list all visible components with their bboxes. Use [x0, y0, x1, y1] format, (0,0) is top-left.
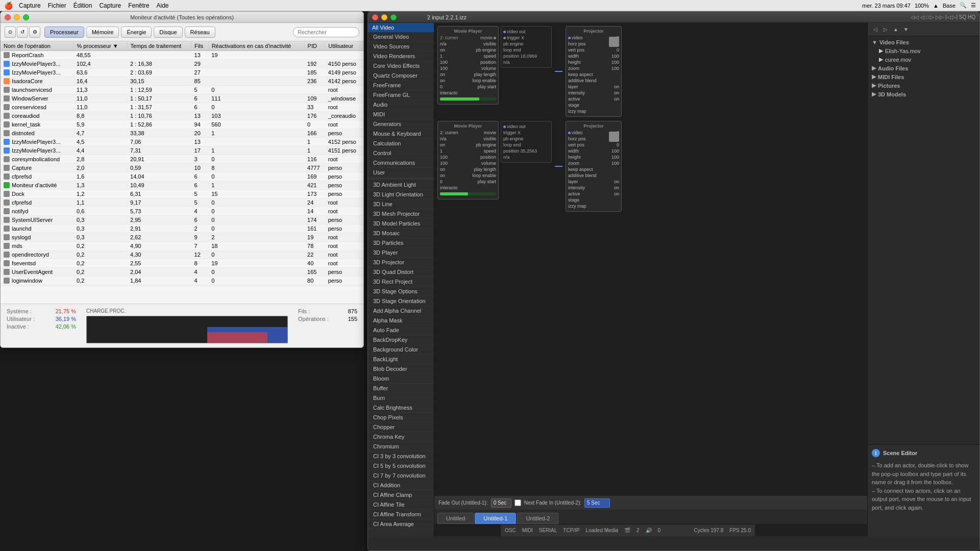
sidebar-user[interactable]: User [368, 168, 434, 178]
toolbar-icon-3[interactable]: ⚙ [29, 27, 40, 38]
sidebar-mouse-keyboard[interactable]: Mouse & Keyboard [368, 129, 434, 139]
sidebar-chopper[interactable]: Chopper [368, 422, 434, 432]
menu-edition[interactable]: Édition [74, 2, 92, 9]
sidebar-ci-affine-transform[interactable]: CI Affine Transform [368, 510, 434, 519]
menu-capture2[interactable]: Capture [99, 2, 121, 9]
sidebar-calculation[interactable]: Calculation [368, 139, 434, 148]
sidebar-calc-brightness[interactable]: Calc Brightness [368, 403, 434, 413]
tab-untitled-1[interactable]: Untitled-1 [475, 513, 516, 524]
table-row[interactable]: fseventsd 0,2 2,55 8 19 40 root [1, 259, 363, 268]
sidebar-3d-stage-orient[interactable]: 3D Stage Orientation [368, 296, 434, 306]
table-row[interactable]: Centre de notifica... 0,1 1,77 5 0 199 p… [1, 285, 363, 287]
sidebar-add-alpha[interactable]: Add Alpha Channel [368, 306, 434, 316]
sidebar-3d-model-particles[interactable]: 3D Model Particles [368, 219, 434, 229]
menu-fenetre[interactable]: Fenêtre [128, 2, 149, 9]
sidebar-auto-fade[interactable]: Auto Fade [368, 325, 434, 335]
next-fade-input[interactable] [584, 498, 610, 508]
rp-icon-2[interactable]: ▷ [881, 25, 890, 34]
projector-2[interactable]: Projector video0 horz pos0 vert pos0 wid… [566, 121, 622, 212]
toolbar-icon-2[interactable]: ↺ [17, 27, 28, 38]
sidebar-ci-affine-clamp[interactable]: CI Affine Clamp [368, 490, 434, 500]
sidebar-3d-line[interactable]: 3D Line [368, 199, 434, 209]
table-row[interactable]: IzzyMoviePlayer3... 4,4 7,31 17 1 1 4151… [1, 146, 363, 155]
sidebar-chop-pixels[interactable]: Chop Pixels [368, 413, 434, 422]
sidebar-freeframe-gl[interactable]: FreeFrame GL [368, 90, 434, 100]
sidebar-ci-addition[interactable]: CI Addition [368, 481, 434, 490]
sidebar-3d-stage-options[interactable]: 3D Stage Options [368, 287, 434, 296]
sidebar-ci-7x7[interactable]: CI 7 by 7 convolution [368, 471, 434, 481]
maximize-button[interactable] [23, 14, 29, 20]
sidebar-backdrop-key[interactable]: BackDropKey [368, 335, 434, 345]
table-row[interactable]: WindowServer 11,0 1 : 50,17 6 111 109 _w… [1, 94, 363, 103]
sidebar-video-sources[interactable]: Video Sources [368, 42, 434, 52]
sidebar-background-color[interactable]: Background Color [368, 345, 434, 355]
table-row[interactable]: opendirectoryd 0,2 4,30 12 0 22 root [1, 251, 363, 259]
sidebar-3d-light-orient[interactable]: 3D Light Orientation [368, 190, 434, 199]
folder-3d-models[interactable]: ▶ 3D Models [870, 90, 977, 98]
menu-fichier[interactable]: Fichier [48, 2, 66, 9]
folder-pictures[interactable]: ▶ Pictures [870, 81, 977, 90]
table-row[interactable]: IsadoraCore 16,4 30,15 85 236 4142 perso [1, 77, 363, 86]
table-row[interactable]: syslogd 0,3 2,62 9 2 19 root [1, 233, 363, 242]
search-input[interactable] [293, 27, 359, 37]
process-table-container[interactable]: Nom de l'opération % processeur ▼ Temps … [1, 41, 363, 286]
status-osc[interactable]: OSC [505, 528, 516, 533]
sidebar-ci-3x3[interactable]: CI 3 by 3 convolution [368, 452, 434, 461]
rp-icon-1[interactable]: ◁ [871, 25, 880, 34]
fade-out-input[interactable] [491, 498, 511, 508]
toolbar-icon-1[interactable]: ⊙ [5, 27, 16, 38]
rp-icon-3[interactable]: ▲ [891, 25, 900, 34]
tab-memoire[interactable]: Mémoire [86, 27, 119, 38]
col-cpu[interactable]: % processeur ▼ [74, 41, 127, 51]
sidebar-communications[interactable]: Communications [368, 158, 434, 168]
col-pid[interactable]: PID [304, 41, 325, 51]
menubar-menu-icon[interactable]: ☰ [971, 2, 976, 9]
sidebar-chroma-key[interactable]: Chroma Key [368, 432, 434, 442]
file-elish[interactable]: ▶ Elish-Yas.mov [877, 46, 977, 55]
sidebar-blob-decoder[interactable]: Blob Decoder [368, 364, 434, 374]
col-threads[interactable]: Fils [191, 41, 209, 51]
table-row[interactable]: launchservicesd 11,3 1 : 12,59 5 0 root [1, 86, 363, 94]
table-row[interactable]: loginwindow 0,2 1,84 4 0 80 perso [1, 277, 363, 285]
izzy-stage-content[interactable]: Movie Player 2: curren movie n/avisible … [434, 23, 867, 536]
sidebar-3d-rect-project[interactable]: 3D Rect Project [368, 277, 434, 287]
file-curee[interactable]: ▶ curee.mov [877, 55, 977, 64]
tab-processeur[interactable]: Processeur [44, 27, 84, 38]
table-row[interactable]: Moniteur d'activité 1,3 10,49 6 1 421 pe… [1, 181, 363, 190]
apple-menu[interactable]: 🍎 [4, 2, 13, 10]
table-row[interactable]: ReportCrash 48,55 13 19 [1, 51, 363, 60]
sidebar-freeframe[interactable]: FreeFrame [368, 81, 434, 90]
sidebar-3d-projector[interactable]: 3D Projector [368, 258, 434, 267]
folder-video-files[interactable]: ▼ Video Files [870, 38, 977, 46]
tab-untitled[interactable]: Untitled [437, 513, 474, 524]
table-row[interactable]: IzzyMoviePlayer3... 102,4 2 : 16,38 29 1… [1, 60, 363, 68]
menu-aide[interactable]: Aide [156, 2, 168, 9]
table-row[interactable]: IzzyMoviePlayer3... 4,5 7,06 13 1 4152 p… [1, 138, 363, 146]
sidebar-burn[interactable]: Burn [368, 393, 434, 403]
izzy-close-button[interactable] [372, 14, 378, 20]
table-row[interactable]: UserEventAgent 0,2 2,04 4 0 165 perso [1, 268, 363, 277]
tab-untitled-2[interactable]: Untitled-2 [517, 513, 558, 524]
sidebar-audio[interactable]: Audio [368, 100, 434, 110]
folder-audio-files[interactable]: ▶ Audio Files [870, 64, 977, 72]
rp-icon-4[interactable]: ▼ [901, 25, 911, 34]
table-row[interactable]: coreservicesd 11,0 1 : 31,57 6 0 33 root [1, 103, 363, 112]
status-tcpip[interactable]: TCP/IP [563, 528, 579, 533]
table-row[interactable]: cfprefsd 1,1 9,17 5 0 24 root [1, 198, 363, 207]
sidebar-3d-mesh[interactable]: 3D Mesh Projector [368, 209, 434, 219]
sidebar-3d-ambient[interactable]: 3D Ambient Light [368, 180, 434, 190]
menu-capture[interactable]: Capture [19, 2, 41, 9]
status-serial[interactable]: SERIAL [539, 528, 557, 533]
col-user[interactable]: Utilisateur [325, 41, 363, 51]
izzy-maximize-button[interactable] [390, 14, 397, 20]
sidebar-core-video-effects[interactable]: Core Video Effects [368, 61, 434, 71]
table-row[interactable]: distnoted 4,7 33,38 20 1 166 perso [1, 129, 363, 138]
sidebar-3d-particles[interactable]: 3D Particles [368, 238, 434, 248]
table-row[interactable]: coresymbolicationd 2,8 20,91 3 0 116 roo… [1, 155, 363, 164]
sidebar-bloom[interactable]: Bloom [368, 374, 434, 384]
movie-player-2[interactable]: Movie Player 2: currenmovie n/avisible o… [437, 121, 499, 199]
table-row[interactable]: SystemUIServer 0,3 2,95 6 0 174 perso [1, 216, 363, 224]
sidebar-all-video[interactable]: All Video [368, 23, 434, 32]
folder-midi-files[interactable]: ▶ MIDI Files [870, 72, 977, 81]
menubar-search-icon[interactable]: 🔍 [960, 2, 967, 9]
